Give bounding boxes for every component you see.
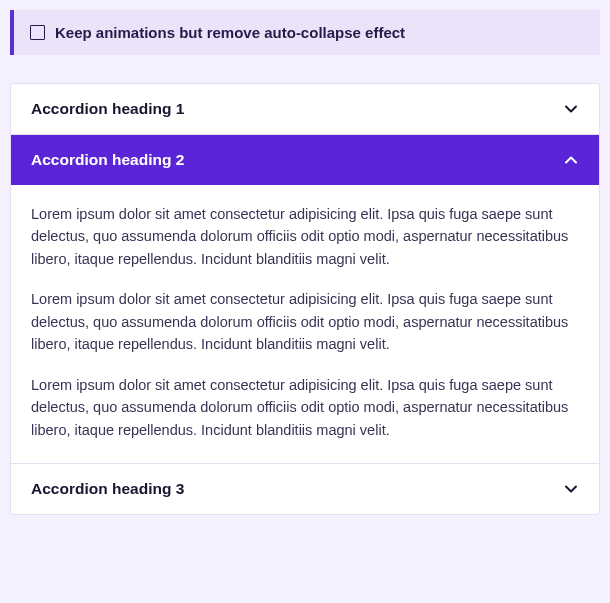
- instruction-bar: Keep animations but remove auto-collapse…: [10, 10, 600, 55]
- accordion-header-2[interactable]: Accordion heading 2: [11, 135, 599, 185]
- accordion-body-2: Lorem ipsum dolor sit amet consectetur a…: [11, 185, 599, 463]
- chevron-up-icon: [563, 152, 579, 168]
- accordion-item-3: Accordion heading 3: [11, 464, 599, 514]
- accordion-paragraph: Lorem ipsum dolor sit amet consectetur a…: [31, 374, 579, 441]
- accordion-heading-label: Accordion heading 2: [31, 151, 184, 169]
- accordion-item-1: Accordion heading 1: [11, 84, 599, 135]
- accordion-header-1[interactable]: Accordion heading 1: [11, 84, 599, 134]
- accordion-item-2: Accordion heading 2 Lorem ipsum dolor si…: [11, 135, 599, 464]
- accordion-heading-label: Accordion heading 3: [31, 480, 184, 498]
- accordion-header-3[interactable]: Accordion heading 3: [11, 464, 599, 514]
- accordion-heading-label: Accordion heading 1: [31, 100, 184, 118]
- checkbox-icon[interactable]: [30, 25, 45, 40]
- chevron-down-icon: [563, 481, 579, 497]
- accordion: Accordion heading 1 Accordion heading 2 …: [10, 83, 600, 515]
- instruction-text: Keep animations but remove auto-collapse…: [55, 24, 405, 41]
- accordion-paragraph: Lorem ipsum dolor sit amet consectetur a…: [31, 288, 579, 355]
- chevron-down-icon: [563, 101, 579, 117]
- accordion-paragraph: Lorem ipsum dolor sit amet consectetur a…: [31, 203, 579, 270]
